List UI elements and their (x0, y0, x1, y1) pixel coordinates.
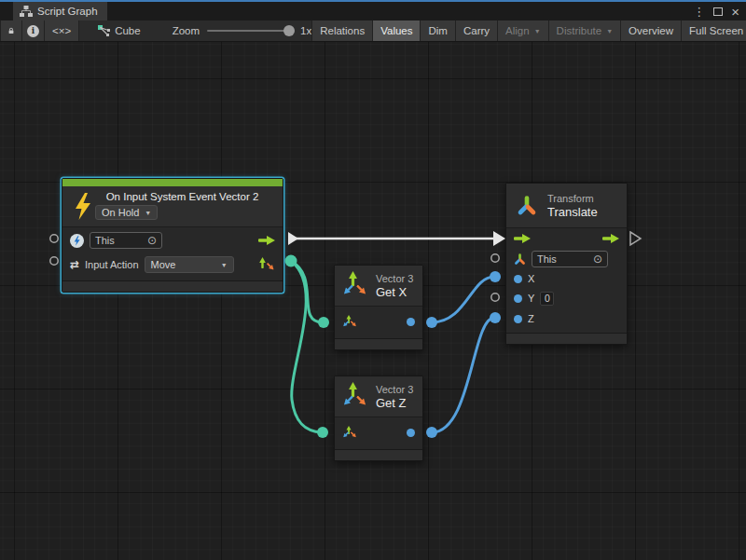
graph-toolbar: i <×> Cube Zoom 1x Relations Values Dim … (0, 20, 746, 42)
control-input-port-icon[interactable] (514, 234, 531, 243)
event-node-header-bar (62, 179, 283, 186)
transform-gizmo-icon (514, 253, 526, 266)
lightning-bolt-icon (74, 193, 91, 220)
maximize-icon[interactable] (713, 7, 723, 16)
wire-getz-to-z[interactable] (432, 318, 494, 432)
float-output-port[interactable] (407, 318, 415, 326)
port-x-label: X (528, 273, 534, 284)
float-output-port[interactable] (407, 429, 415, 437)
info-button[interactable]: i (22, 20, 45, 41)
transform-control-out-hollow-triangle[interactable] (630, 232, 641, 245)
relations-button[interactable]: Relations (311, 20, 373, 41)
view-buttons: Relations Values Dim Carry Align▼ Distri… (311, 20, 746, 41)
move-value: Move (151, 259, 176, 270)
this-value: This (537, 253, 557, 265)
node-footer (335, 449, 422, 460)
getz-input-dot[interactable] (317, 427, 328, 438)
transform-x-input-dot[interactable] (490, 271, 501, 282)
node-category: Transform (547, 193, 598, 204)
node-footer (335, 338, 422, 349)
transform-gizmo-icon (516, 195, 538, 217)
window-titlebar: Script Graph ⋮ × (0, 0, 746, 20)
getx-input-dot[interactable] (318, 317, 329, 328)
control-wire-start-arrow (288, 232, 298, 245)
kebab-menu-icon[interactable]: ⋮ (693, 6, 705, 18)
this-target-field[interactable]: This ⊙ (90, 232, 162, 249)
port-z-label: Z (528, 313, 534, 324)
node-footer (62, 280, 283, 292)
graph-canvas[interactable]: On Input System Event Vector 2 On Hold ▼… (0, 42, 746, 560)
chevron-down-icon: ▼ (606, 28, 613, 34)
distribute-button[interactable]: Distribute▼ (549, 20, 622, 41)
getx-output-dot[interactable] (426, 317, 437, 328)
lock-button[interactable] (0, 20, 22, 41)
on-hold-value: On Hold (102, 207, 139, 218)
values-button[interactable]: Values (373, 20, 421, 41)
input-action-label: Input Action (85, 259, 139, 270)
zoom-control: Zoom 1x (173, 20, 312, 41)
graph-node-icon (98, 25, 110, 37)
vector2-output-port-icon[interactable] (258, 257, 275, 272)
node-on-input-system-event[interactable]: On Input System Event Vector 2 On Hold ▼… (62, 178, 283, 293)
vector3-icon (342, 382, 368, 412)
code-view-button[interactable]: <×> (45, 20, 79, 41)
node-footer (506, 333, 627, 344)
transform-y-port-hollow[interactable] (491, 294, 499, 301)
dim-button[interactable]: Dim (421, 20, 455, 41)
wire-vector2-to-getz[interactable] (291, 261, 322, 432)
node-get-x[interactable]: Vector 3 Get X (334, 265, 423, 350)
object-picker-icon[interactable]: ⊙ (593, 253, 602, 266)
chevron-down-icon: ▼ (145, 210, 151, 216)
move-action-dropdown[interactable]: Move ▼ (145, 256, 234, 273)
this-target-field[interactable]: This ⊙ (532, 251, 608, 267)
overview-button[interactable]: Overview (621, 20, 682, 41)
port-y-label: Y (528, 293, 534, 304)
y-value-field[interactable]: 0 (540, 292, 554, 306)
control-output-port-icon[interactable] (258, 236, 275, 245)
control-wire-end-arrow (493, 231, 505, 246)
event-this-port-hollow[interactable] (50, 235, 58, 242)
zoom-value: 1x (300, 25, 311, 36)
tab-script-graph[interactable]: Script Graph (13, 2, 107, 20)
code-icon: <×> (52, 25, 71, 36)
vector3-icon (342, 271, 368, 301)
event-node-title: On Input System Event Vector 2 (106, 191, 259, 202)
wire-getx-to-x[interactable] (432, 277, 494, 322)
this-value: This (95, 235, 115, 246)
node-category: Vector 3 (376, 384, 413, 395)
node-category: Vector 3 (376, 273, 413, 284)
carry-button[interactable]: Carry (456, 20, 498, 41)
float-input-port[interactable] (514, 275, 522, 283)
breadcrumb[interactable]: Cube (98, 20, 141, 41)
node-get-z[interactable]: Vector 3 Get Z (334, 376, 423, 461)
transform-this-port-hollow[interactable] (491, 254, 499, 262)
event-action-port-hollow[interactable] (50, 257, 58, 265)
node-title: Get X (376, 285, 413, 299)
control-output-port-icon[interactable] (602, 234, 619, 243)
lock-icon (8, 25, 14, 36)
align-button[interactable]: Align▼ (498, 20, 549, 41)
transform-z-input-dot[interactable] (490, 312, 501, 323)
zoom-slider-thumb[interactable] (283, 25, 295, 36)
chevron-down-icon: ▼ (534, 28, 541, 34)
object-picker-icon[interactable]: ⊙ (147, 234, 157, 247)
float-input-port[interactable] (514, 294, 522, 303)
info-icon: i (27, 25, 39, 37)
vector3-input-port-icon[interactable] (342, 315, 356, 329)
getz-output-dot[interactable] (426, 427, 437, 438)
node-title: Get Z (376, 396, 413, 410)
input-action-icon: ⇄ (70, 258, 79, 271)
graph-hierarchy-icon (20, 6, 33, 17)
close-icon[interactable]: × (731, 5, 739, 19)
zoom-label: Zoom (173, 25, 200, 36)
zoom-slider[interactable] (207, 30, 293, 32)
game-object-icon (70, 234, 84, 248)
on-hold-dropdown[interactable]: On Hold ▼ (95, 205, 158, 220)
vector2-output-dot[interactable] (285, 255, 297, 267)
node-title: Translate (547, 205, 598, 219)
breadcrumb-label: Cube (115, 25, 141, 36)
float-input-port[interactable] (514, 315, 522, 323)
vector3-input-port-icon[interactable] (342, 426, 356, 440)
fullscreen-button[interactable]: Full Screen (682, 20, 746, 41)
node-transform-translate[interactable]: Transform Translate This ⊙ X (505, 183, 628, 345)
